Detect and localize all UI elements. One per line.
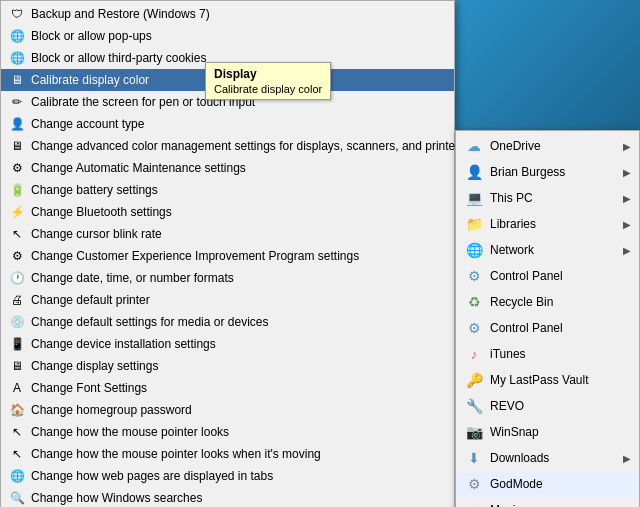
gear-icon: ⚙ [9, 248, 25, 264]
network-icon: 🌐 [464, 240, 484, 260]
list-item[interactable]: ⚙ Change Customer Experience Improvement… [1, 245, 454, 267]
bluetooth-icon: ⚡ [9, 204, 25, 220]
list-item[interactable]: 🖥 Change advanced color management setti… [1, 135, 454, 157]
printer-icon: 🖨 [9, 292, 25, 308]
revo-icon: 🔧 [464, 396, 484, 416]
computer-icon: 💻 [464, 188, 484, 208]
list-item[interactable]: 💿 Change default settings for media or d… [1, 311, 454, 333]
control-panel-icon: ⚙ [464, 266, 484, 286]
download-icon: ⬇ [464, 448, 484, 468]
globe-icon: 🌐 [9, 28, 25, 44]
list-item[interactable]: ♫ Music ▶ [456, 497, 639, 507]
pen-icon: ✏ [9, 94, 25, 110]
list-item[interactable]: 👤 Brian Burgess ▶ [456, 159, 639, 185]
gear-icon: ⚙ [464, 474, 484, 494]
tooltip-popup: Display Calibrate display color [205, 62, 331, 100]
device-icon: 📱 [9, 336, 25, 352]
list-item[interactable]: 🔧 REVO [456, 393, 639, 419]
recycle-bin-icon: ♻ [464, 292, 484, 312]
list-item[interactable]: 🖥 Change display settings [1, 355, 454, 377]
arrow-icon: ▶ [623, 219, 631, 230]
search-icon: 🔍 [9, 490, 25, 506]
list-item[interactable]: 🔑 My LastPass Vault [456, 367, 639, 393]
desktop: 🛡 Backup and Restore (Windows 7) 🌐 Block… [0, 0, 640, 507]
list-item[interactable]: ↖ Change how the mouse pointer looks [1, 421, 454, 443]
battery-icon: 🔋 [9, 182, 25, 198]
list-item[interactable]: 🖨 Change default printer [1, 289, 454, 311]
cursor-icon: ↖ [9, 446, 25, 462]
itunes-icon: ♪ [464, 344, 484, 364]
folder-icon: 📁 [464, 214, 484, 234]
monitor-icon: 🖥 [9, 138, 25, 154]
arrow-icon: ▶ [623, 245, 631, 256]
globe-icon: 🌐 [9, 50, 25, 66]
list-item[interactable]: 🌐 Change how web pages are displayed in … [1, 465, 454, 487]
list-item[interactable]: 💻 This PC ▶ [456, 185, 639, 211]
globe-icon: 🌐 [9, 468, 25, 484]
monitor-icon: 🖥 [9, 72, 25, 88]
shield-icon: 🛡 [9, 6, 25, 22]
arrow-icon: ▶ [623, 453, 631, 464]
cursor-icon: ↖ [9, 226, 25, 242]
list-item[interactable]: 🛡 Backup and Restore (Windows 7) [1, 3, 454, 25]
arrow-icon: ▶ [623, 167, 631, 178]
music-icon: ♫ [464, 500, 484, 507]
home-icon: 🏠 [9, 402, 25, 418]
list-item[interactable]: ♪ iTunes [456, 341, 639, 367]
list-item[interactable]: ↖ Change cursor blink rate [1, 223, 454, 245]
list-item[interactable]: ⚙ Control Panel [456, 315, 639, 341]
winsnap-icon: 📷 [464, 422, 484, 442]
list-item[interactable]: 🔍 Change how Windows searches [1, 487, 454, 507]
list-item[interactable]: 📱 Change device installation settings [1, 333, 454, 355]
list-item[interactable]: ↖ Change how the mouse pointer looks whe… [1, 443, 454, 465]
user-icon: 👤 [9, 116, 25, 132]
list-item[interactable]: A Change Font Settings [1, 377, 454, 399]
list-item[interactable]: ⚙ Control Panel [456, 263, 639, 289]
list-item[interactable]: 👤 Change account type [1, 113, 454, 135]
list-item[interactable]: ⚡ Change Bluetooth settings [1, 201, 454, 223]
tooltip-text: Calibrate display color [214, 83, 322, 95]
list-item[interactable]: ⚙ Change Automatic Maintenance settings [1, 157, 454, 179]
control-panel-icon: ⚙ [464, 318, 484, 338]
arrow-icon: ▶ [623, 193, 631, 204]
tooltip-title: Display [214, 67, 322, 81]
media-icon: 💿 [9, 314, 25, 330]
list-item[interactable]: 🔋 Change battery settings [1, 179, 454, 201]
key-icon: 🔑 [464, 370, 484, 390]
list-item[interactable]: 🌐 Network ▶ [456, 237, 639, 263]
list-item[interactable]: 🏠 Change homegroup password [1, 399, 454, 421]
cursor-icon: ↖ [9, 424, 25, 440]
list-item[interactable]: ⬇ Downloads ▶ [456, 445, 639, 471]
right-context-menu: ☁ OneDrive ▶ 👤 Brian Burgess ▶ 💻 This PC… [455, 130, 640, 507]
list-item[interactable]: 📷 WinSnap [456, 419, 639, 445]
cloud-icon: ☁ [464, 136, 484, 156]
font-icon: A [9, 380, 25, 396]
clock-icon: 🕐 [9, 270, 25, 286]
monitor-icon: 🖥 [9, 358, 25, 374]
list-item[interactable]: ♻ Recycle Bin [456, 289, 639, 315]
godmode-item[interactable]: ⚙ GodMode [456, 471, 639, 497]
gear-icon: ⚙ [9, 160, 25, 176]
list-item[interactable]: 📁 Libraries ▶ [456, 211, 639, 237]
list-item[interactable]: ☁ OneDrive ▶ [456, 133, 639, 159]
list-item[interactable]: 🌐 Block or allow pop-ups [1, 25, 454, 47]
list-item[interactable]: 🕐 Change date, time, or number formats [1, 267, 454, 289]
person-icon: 👤 [464, 162, 484, 182]
arrow-icon: ▶ [623, 141, 631, 152]
